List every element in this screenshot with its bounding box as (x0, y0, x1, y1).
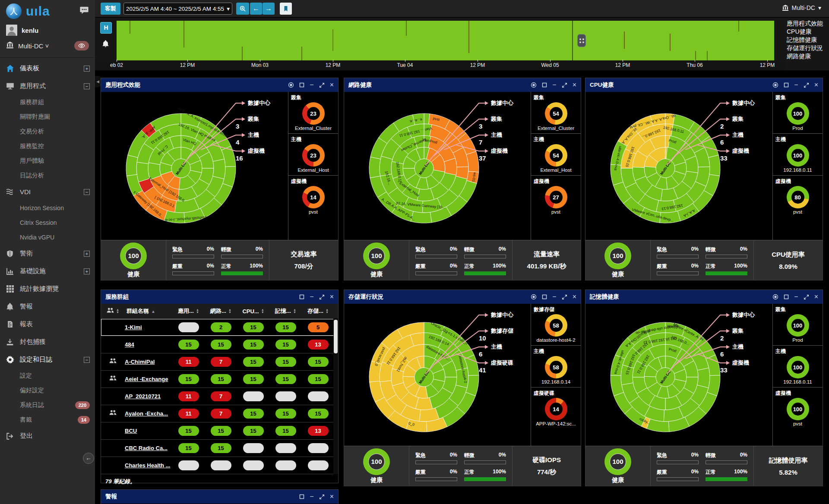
chat-icon[interactable] (79, 6, 89, 17)
expand-icon[interactable]: + (84, 251, 90, 257)
sidebar-item-交易分析[interactable]: 交易分析 (0, 124, 95, 139)
sidebar-item-關聯對應圖[interactable]: 關聯對應圖 (0, 110, 95, 124)
maximize-icon[interactable] (319, 494, 325, 500)
table-row[interactable]: Ayalon -Excha...117151515 (101, 405, 338, 422)
table-row[interactable]: 1-Kimi215155 (101, 319, 338, 336)
minimize-icon[interactable]: − (310, 81, 313, 89)
column-header[interactable]: 記憶...▲▼ (269, 304, 302, 318)
sidebar-item-基礎設施[interactable]: 基礎設施+ (0, 262, 95, 280)
column-header-members[interactable]: ▲▼ (101, 304, 125, 318)
select-window-icon[interactable] (299, 494, 304, 499)
datacenter-row[interactable]: Multi-DC ˅ (0, 38, 95, 54)
topbar-datacenter-select[interactable]: Multi-DC ▾ (782, 4, 821, 11)
user-row[interactable]: kenlu (0, 22, 95, 38)
sidebar-edge-collapse-tab[interactable]: ◀ (95, 76, 101, 87)
focus-target-icon[interactable] (531, 82, 537, 88)
table-row[interactable]: AP_20210721117 (101, 388, 338, 405)
customize-button[interactable]: 客製 (101, 3, 120, 15)
column-header[interactable]: 應用...▲▼ (172, 304, 205, 318)
maximize-icon[interactable] (804, 82, 809, 88)
column-header[interactable]: 存儲...▲▼ (302, 304, 334, 318)
group-name-link[interactable]: CBC Radio Ca... (125, 445, 172, 451)
table-row[interactable]: A-ChimiPal117151515 (101, 353, 338, 371)
column-header[interactable]: 群組名稱▲ (125, 304, 172, 318)
expand-icon[interactable]: + (84, 66, 90, 72)
zoom-in-button[interactable] (236, 3, 249, 15)
sidebar-item-用戶體驗[interactable]: 用戶體驗 (0, 154, 95, 168)
expand-icon[interactable]: + (84, 268, 90, 274)
group-name-link[interactable]: AP_20210721 (125, 393, 172, 400)
sidebar-item-服務監控[interactable]: 服務監控 (0, 139, 95, 154)
collapse-icon[interactable]: − (84, 189, 90, 195)
sidebar-item-服務群組[interactable]: 服務群組 (0, 95, 95, 110)
group-name-link[interactable]: 484 (125, 341, 172, 348)
group-name-link[interactable]: Aeiel -Exchange (125, 376, 172, 382)
sunburst-chart[interactable]: Multi-DCAPP-. A. A. esxhost1.mydatacente… (101, 92, 287, 241)
group-name-link[interactable]: Ayalon -Excha... (125, 410, 172, 417)
visibility-toggle[interactable] (74, 41, 89, 50)
minimize-icon[interactable]: − (794, 293, 798, 301)
table-row[interactable]: 4841515151513 (101, 336, 338, 353)
health-timeline-band[interactable] (117, 21, 774, 60)
sunburst-chart[interactable]: Multi-DCpvste...e...e.Vlan ... 192.168.0… (344, 92, 530, 241)
sidebar-item-Nvidia-vGPU[interactable]: Nvidia vGPU (0, 230, 95, 245)
date-range-select[interactable]: 2025/2/5 AM 4:40 ~ 2025/2/5 AM 4:55▾ (123, 3, 232, 15)
close-icon[interactable]: × (330, 81, 334, 89)
maximize-icon[interactable] (562, 294, 567, 300)
sidebar-item-日誌分析[interactable]: 日誌分析 (0, 168, 95, 183)
alarm-bell-icon[interactable] (102, 40, 109, 49)
maximize-icon[interactable] (562, 82, 567, 88)
focus-target-icon[interactable] (772, 294, 778, 300)
scrollbar-thumb[interactable] (334, 320, 338, 353)
select-window-icon[interactable] (299, 82, 304, 88)
sidebar-item-應用程式[interactable]: 應用程式− (0, 77, 95, 95)
minimize-icon[interactable]: − (552, 81, 556, 89)
timeline-history-button[interactable]: H (100, 22, 112, 34)
select-window-icon[interactable] (299, 294, 304, 299)
minimize-icon[interactable]: − (552, 293, 556, 301)
sidebar-item-警報[interactable]: 警報 (0, 298, 95, 315)
table-row[interactable]: CBC Radio Ca...1515 (101, 440, 338, 457)
select-window-icon[interactable] (542, 82, 547, 88)
maximize-icon[interactable] (319, 82, 325, 88)
step-forward-button[interactable]: → (263, 3, 275, 15)
minimize-icon[interactable]: − (310, 493, 313, 501)
sidebar-item-系統日誌[interactable]: 系統日誌220 (0, 398, 95, 413)
sidebar-item-偏好設定[interactable]: 偏好設定 (0, 383, 95, 398)
sidebar-item-書籤[interactable]: 書籤14 (0, 413, 95, 427)
group-name-link[interactable]: 1-Kimi (125, 324, 172, 331)
sidebar-item-報表[interactable]: 報表 (0, 315, 95, 333)
maximize-icon[interactable] (804, 294, 809, 300)
sunburst-chart[interactable]: Multi-DCCitrixWor.uila-devportal-vicMwar… (585, 304, 771, 447)
sidebar-item-VDI[interactable]: VDI− (0, 183, 95, 201)
sidebar-item-Horizon-Session[interactable]: Horizon Session (0, 201, 95, 215)
timeline-slider-handle[interactable] (577, 34, 586, 47)
sidebar-item-警衛[interactable]: 警衛+ (0, 245, 95, 262)
sidebar-item-封包捕獲[interactable]: 封包捕獲 (0, 333, 95, 351)
table-scrollbar[interactable] (333, 319, 338, 474)
maximize-icon[interactable] (319, 294, 325, 300)
select-window-icon[interactable] (542, 294, 547, 299)
column-header[interactable]: 網路...▲▼ (205, 304, 237, 318)
sidebar-item-設定和日誌[interactable]: 設定和日誌− (0, 351, 95, 369)
table-row[interactable]: BCU1515151513 (101, 422, 338, 440)
select-window-icon[interactable] (784, 294, 789, 299)
close-icon[interactable]: × (814, 81, 818, 89)
group-name-link[interactable]: BCU (125, 428, 172, 434)
minimize-icon[interactable]: − (310, 293, 313, 301)
minimize-icon[interactable]: − (794, 81, 798, 89)
collapse-icon[interactable]: − (84, 357, 90, 363)
focus-target-icon[interactable] (531, 294, 537, 300)
table-row[interactable]: Charles Health ... (101, 457, 338, 474)
sidebar-collapse-button[interactable]: ← (83, 453, 94, 464)
step-back-button[interactable]: ← (250, 3, 262, 15)
sidebar-item-Citrix-Session[interactable]: Citrix Session (0, 215, 95, 230)
sidebar-item-設定[interactable]: 設定 (0, 369, 95, 383)
collapse-icon[interactable]: − (84, 83, 90, 89)
sunburst-chart[interactable]: Multi-DCOracle_11g-n1-1.s:csi0_0192.168.… (344, 304, 530, 447)
close-icon[interactable]: × (573, 81, 576, 89)
close-icon[interactable]: × (330, 293, 334, 301)
table-row[interactable]: Aeiel -Exchange1515151515 (101, 371, 338, 388)
column-header[interactable]: CPU...▲▼ (237, 304, 269, 318)
focus-target-icon[interactable] (772, 82, 778, 88)
